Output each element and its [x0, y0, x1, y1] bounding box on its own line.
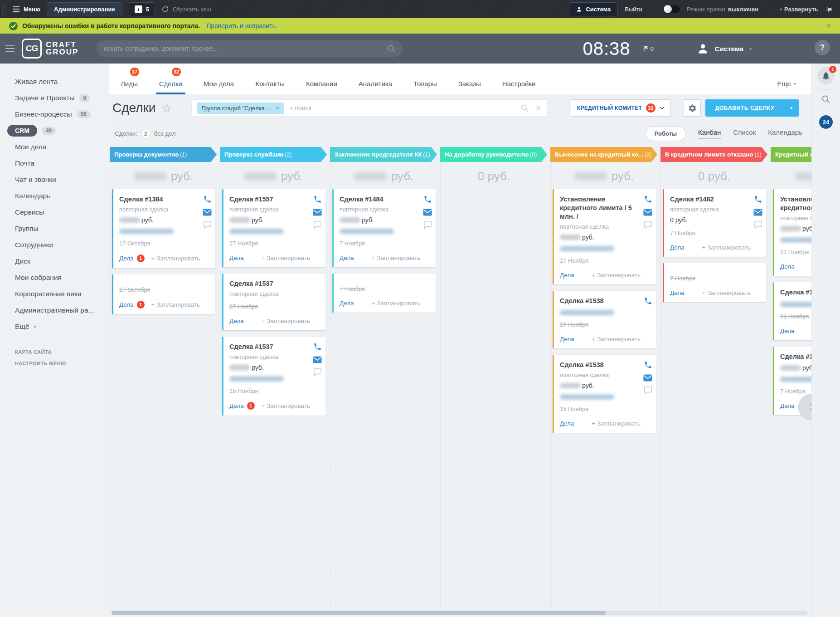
todo-link[interactable]: Дела1: [119, 255, 145, 262]
close-icon[interactable]: ×: [826, 21, 831, 30]
sidebar-item-7[interactable]: Календарь: [0, 188, 109, 204]
schedule-link[interactable]: + Запланировать: [262, 402, 310, 409]
chat-icon[interactable]: [313, 368, 322, 376]
chat-icon[interactable]: [423, 221, 432, 229]
mail-icon[interactable]: [643, 209, 652, 216]
admin-menu-button[interactable]: Меню: [13, 6, 40, 13]
phone-icon[interactable]: [754, 195, 762, 204]
deal-card[interactable]: Сделка #148321 НоябряДела+ Запланировать: [773, 282, 811, 340]
mail-icon[interactable]: [203, 209, 212, 216]
sidebar-item-15[interactable]: Ещё▾: [0, 318, 109, 335]
view-calendar[interactable]: Календарь: [768, 128, 802, 139]
tab-6[interactable]: Товары: [413, 64, 437, 94]
chat-icon[interactable]: [754, 221, 762, 229]
phone-icon[interactable]: [644, 361, 652, 369]
column-header[interactable]: Кредитный лимит: [771, 147, 811, 162]
sidebar-hamburger-icon[interactable]: [5, 45, 15, 52]
deal-card[interactable]: Установление кредитного лимита / 5 млн. …: [553, 189, 656, 284]
add-deal-dropdown[interactable]: ▾: [784, 103, 799, 113]
todo-link[interactable]: Дела: [340, 255, 354, 261]
tab-7[interactable]: Заказы: [458, 64, 481, 94]
help-button[interactable]: ?: [815, 40, 830, 55]
expand-button[interactable]: ▾ Развернуть: [780, 6, 818, 13]
view-list[interactable]: Список: [733, 128, 756, 139]
column-header[interactable]: На доработку руководителю(0): [440, 147, 547, 162]
pin-icon[interactable]: [824, 4, 835, 15]
todo-link[interactable]: Дела: [780, 263, 795, 270]
deal-card[interactable]: Сделка #1537повторная сделкаруб.15 Ноябр…: [222, 337, 325, 416]
column-header[interactable]: В кредитном лимите отказано(1): [660, 147, 767, 162]
todo-link[interactable]: Дела: [229, 255, 244, 261]
schedule-link[interactable]: + Запланировать: [372, 300, 420, 307]
tab-8[interactable]: Настройки: [502, 64, 536, 94]
mail-icon[interactable]: [753, 209, 762, 216]
todo-link[interactable]: Дела: [560, 420, 574, 427]
sidebar-item-0[interactable]: Живая лента: [0, 73, 109, 90]
mail-icon[interactable]: [313, 209, 322, 216]
deal-card[interactable]: Сделка #153827 НоябряДела+ Запланировать: [553, 291, 656, 349]
sidebar-item-6[interactable]: Чат и звонки: [0, 171, 109, 188]
tab-1[interactable]: 32Сделки: [159, 64, 182, 94]
sidebar-item-11[interactable]: Диск: [0, 253, 109, 269]
todo-link[interactable]: Дела: [670, 289, 685, 296]
schedule-link[interactable]: + Запланировать: [262, 318, 310, 324]
chat-icon[interactable]: [644, 387, 652, 394]
phone-icon[interactable]: [644, 297, 652, 305]
scrollbar-thumb[interactable]: [112, 611, 606, 615]
sidebar-item-14[interactable]: Административный ра...: [0, 302, 109, 318]
search-icon[interactable]: [520, 104, 529, 112]
sidebar-item-2[interactable]: Бизнес-процессы56: [0, 106, 109, 122]
company-logo[interactable]: CG CRAFTGROUP: [22, 39, 78, 59]
mail-icon[interactable]: [313, 356, 322, 363]
flag-counter[interactable]: 0: [643, 45, 654, 52]
mail-icon[interactable]: [643, 374, 652, 382]
tab-5[interactable]: Аналитика: [359, 64, 392, 94]
sidebar-item-1[interactable]: Задачи и Проекты8: [0, 90, 109, 106]
schedule-link[interactable]: + Запланировать: [151, 301, 200, 308]
sidebar-item-8[interactable]: Сервисы: [0, 204, 109, 220]
todo-link[interactable]: Дела: [340, 300, 354, 307]
robots-button[interactable]: Роботы: [646, 126, 686, 141]
site-messages-button[interactable]: i 5: [129, 2, 155, 16]
chat-icon[interactable]: [644, 221, 652, 229]
schedule-link[interactable]: + Запланировать: [592, 272, 641, 279]
phone-icon[interactable]: [423, 195, 432, 204]
work-time-clock[interactable]: 08:38: [583, 39, 630, 59]
sidebar-footer-link-0[interactable]: КАРТА САЙТА: [15, 349, 109, 355]
deal-card[interactable]: Установление кредитного лимита / 30 /пов…: [773, 189, 811, 276]
global-search[interactable]: [97, 40, 403, 57]
schedule-link[interactable]: + Запланировать: [151, 255, 200, 262]
chat-icon[interactable]: [313, 221, 322, 229]
schedule-link[interactable]: + Запланировать: [592, 420, 641, 427]
deal-card[interactable]: 7 НоябряДела+ Запланировать: [332, 274, 436, 313]
clear-filter-icon[interactable]: ✕: [535, 104, 541, 112]
phone-icon[interactable]: [313, 343, 322, 351]
chat-icon[interactable]: [203, 221, 212, 229]
sidebar-item-4[interactable]: Мои дела: [0, 139, 109, 155]
todo-link[interactable]: Дела: [560, 336, 574, 343]
todo-link[interactable]: Дела1: [119, 301, 145, 308]
filter-chip[interactable]: Группа стадий "Сделка ... ✕: [197, 103, 284, 114]
filter-search-bar[interactable]: Группа стадий "Сделка ... ✕ + поиск ✕: [191, 99, 547, 117]
remove-filter-icon[interactable]: ✕: [275, 105, 280, 111]
tab-more[interactable]: Еще ▾: [777, 80, 796, 94]
sidebar-item-9[interactable]: Группы: [0, 220, 109, 237]
administration-button[interactable]: Администрирование: [47, 2, 122, 16]
phone-icon[interactable]: [644, 195, 652, 204]
schedule-link[interactable]: + Запланировать: [702, 244, 751, 251]
phone-icon[interactable]: [313, 195, 322, 204]
column-header[interactable]: Вынесение на кредитный ко...(2): [550, 147, 657, 162]
phone-icon[interactable]: [203, 195, 212, 204]
deal-card[interactable]: Сделка #1482повторная сделка0 руб.7 Нояб…: [663, 189, 766, 257]
add-deal-button[interactable]: ДОБАВИТЬ СДЕЛКУ ▾: [705, 99, 799, 117]
todo-link[interactable]: Дела1: [229, 402, 255, 410]
system-user-button[interactable]: Система: [569, 2, 618, 16]
schedule-link[interactable]: + Запланировать: [702, 289, 751, 296]
sidebar-footer-link-1[interactable]: НАСТРОИТЬ МЕНЮ: [15, 361, 109, 366]
current-user-menu[interactable]: Система ▾: [697, 43, 752, 55]
todo-link[interactable]: Дела: [229, 318, 244, 324]
deal-card[interactable]: Сделка #1538повторная сделкаруб.15 Ноябр…: [553, 355, 656, 433]
deal-card[interactable]: Сделка #1537повторная сделка27 НоябряДел…: [222, 274, 325, 330]
alert-fix-link[interactable]: Проверить и исправить.: [206, 22, 277, 29]
schedule-link[interactable]: + Запланировать: [372, 255, 420, 261]
